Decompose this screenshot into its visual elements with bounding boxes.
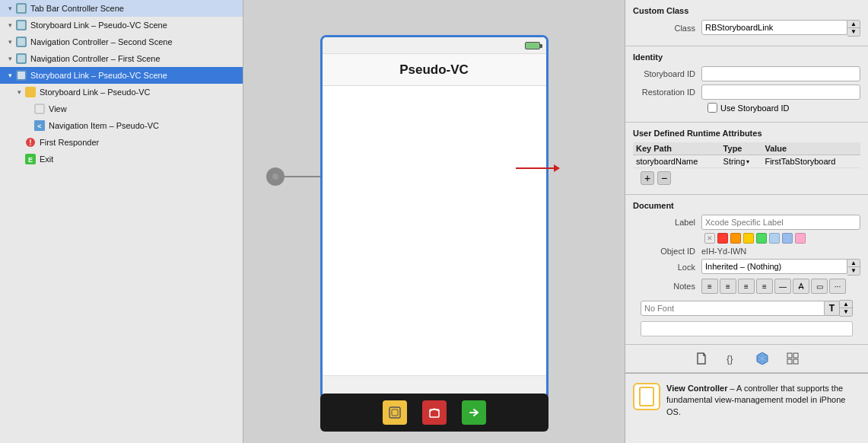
svg-rect-3 [17, 21, 25, 29]
font-stepper[interactable]: ▲ ▼ [840, 300, 853, 317]
lock-down[interactable]: ▼ [847, 267, 860, 275]
tree-arrow: ▾ [6, 21, 14, 29]
svg-point-18 [272, 174, 278, 180]
sidebar-item-exit[interactable]: E Exit [0, 151, 243, 167]
notes-align-center[interactable]: ≡ [720, 279, 736, 294]
lock-up[interactable]: ▲ [847, 260, 860, 267]
svg-text:!: ! [29, 139, 31, 147]
remove-attr-button[interactable]: − [657, 171, 671, 185]
notes-more[interactable]: ··· [829, 279, 846, 294]
document-section: Document Label ✕ Object ID eIH-Yd-IWN [625, 195, 868, 345]
swatch-blue-light[interactable] [769, 233, 780, 244]
tree-arrow: ▾ [6, 55, 14, 62]
lock-wrapper: ▲ ▼ [701, 259, 860, 276]
swatch-x[interactable]: ✕ [704, 233, 715, 244]
type-select: String ▾ [723, 157, 759, 166]
lock-row: Lock ▲ ▼ [633, 259, 860, 276]
swatch-orange[interactable] [730, 233, 741, 244]
lock-input[interactable] [701, 259, 847, 274]
font-input[interactable] [641, 301, 825, 316]
svg-rect-23 [787, 353, 792, 358]
sidebar-item-label: View [49, 104, 67, 113]
storyboard-id-label: Storyboard ID [633, 69, 701, 78]
code-icon-button[interactable]: {} [723, 349, 741, 368]
connector-circle [266, 167, 285, 186]
notes-area[interactable] [641, 321, 853, 336]
col-value: Value [761, 142, 860, 155]
sidebar-item-nav-item[interactable]: < Navigation Item – Pseudo-VC [0, 117, 243, 134]
class-input[interactable] [701, 20, 847, 35]
sidebar-item-label: Navigation Controller – Second Scene [30, 37, 173, 46]
table-row: storyboardName String ▾ FirstTabStoryboa… [633, 155, 860, 168]
svg-rect-24 [793, 353, 798, 358]
svg-rect-7 [17, 55, 25, 62]
view-icon [33, 103, 46, 115]
swatch-pink[interactable] [795, 233, 806, 244]
scene-icon [15, 19, 27, 31]
vc-title: View Controller [666, 384, 727, 393]
notes-align-right[interactable]: ≡ [738, 279, 755, 294]
sidebar-item-first-responder[interactable]: ! First Responder [0, 134, 243, 151]
iphone-body [323, 86, 546, 368]
sidebar-item-label: First Responder [40, 138, 99, 147]
label-input[interactable] [701, 215, 860, 230]
notes-dash[interactable]: — [774, 279, 791, 294]
sidebar-item-view[interactable]: View [0, 100, 243, 117]
font-t-button[interactable]: T [825, 301, 840, 316]
font-up[interactable]: ▲ [840, 301, 852, 308]
label-field-row: Label [633, 215, 860, 230]
toolbar-cube-button[interactable] [422, 400, 447, 425]
col-type: Type [720, 142, 762, 155]
custom-class-title: Custom Class [633, 6, 860, 15]
sidebar-item-storyboard-1[interactable]: ▾ Storyboard Link – Pseudo-VC Scene [0, 17, 243, 33]
toolbar-arrow-button[interactable] [462, 400, 486, 425]
tree-arrow: ▾ [6, 5, 14, 12]
vc-info-section: View Controller – A controller that supp… [625, 373, 868, 422]
bottom-icons-bar: {} [625, 345, 868, 373]
notes-row: Notes ≡ ≡ ≡ ≡ — A ▭ ··· [633, 279, 860, 294]
sidebar-item-storyboard-link-vc[interactable]: ▾ Storyboard Link – Pseudo-VC [0, 84, 243, 100]
vc-info-row: View Controller – A controller that supp… [633, 378, 860, 418]
lock-stepper[interactable]: ▲ ▼ [847, 259, 860, 276]
toolbar-vc-button[interactable] [383, 400, 407, 425]
file-icon-button[interactable] [692, 349, 711, 368]
cube-icon-button[interactable] [753, 349, 771, 368]
font-down[interactable]: ▼ [840, 308, 852, 316]
notes-box[interactable]: ▭ [811, 279, 828, 294]
object-id-value: eIH-Yd-IWN [701, 247, 746, 256]
sidebar-item-nav-first[interactable]: ▾ Navigation Controller – First Scene [0, 50, 243, 67]
svg-rect-9 [17, 72, 25, 79]
swatch-blue[interactable] [782, 233, 793, 244]
stepper-up[interactable]: ▲ [847, 21, 860, 28]
swatch-red[interactable] [717, 233, 728, 244]
swatch-green[interactable] [756, 233, 767, 244]
notes-align-left[interactable]: ≡ [701, 279, 718, 294]
sidebar-item-nav-second[interactable]: ▾ Navigation Controller – Second Scene [0, 33, 243, 50]
tree-arrow: ▾ [15, 88, 23, 96]
object-id-label: Object ID [633, 247, 701, 256]
restoration-id-label: Restoration ID [633, 88, 701, 97]
svg-text:{}: {} [727, 353, 733, 365]
svg-rect-25 [787, 359, 792, 364]
vc-icon-inner [639, 387, 654, 406]
notes-strikethrough[interactable]: A [793, 279, 809, 294]
tree-arrow: ▾ [6, 38, 14, 46]
nav-icon: < [33, 120, 46, 132]
cell-type: String ▾ [720, 155, 762, 168]
notes-justify[interactable]: ≡ [756, 279, 773, 294]
use-storyboard-checkbox[interactable] [707, 103, 717, 113]
sidebar-item-storyboard-2[interactable]: ▾ Storyboard Link – Pseudo-VC Scene [0, 67, 243, 84]
sidebar-item-tab-bar-scene[interactable]: ▾ Tab Bar Controller Scene [0, 0, 243, 17]
scene-icon [15, 36, 27, 48]
storyboard-id-input[interactable] [701, 66, 860, 81]
add-attr-button[interactable]: + [641, 171, 654, 185]
grid-icon-button[interactable] [784, 349, 802, 368]
iphone-frame: Pseudo-VC [320, 35, 548, 400]
swatch-yellow[interactable] [743, 233, 754, 244]
class-stepper[interactable]: ▲ ▼ [847, 20, 860, 37]
swatches-row: ✕ [633, 233, 860, 244]
stepper-down[interactable]: ▼ [847, 28, 860, 36]
restoration-id-input[interactable] [701, 84, 860, 100]
color-swatches: ✕ [704, 233, 806, 244]
notes-label: Notes [633, 282, 701, 291]
